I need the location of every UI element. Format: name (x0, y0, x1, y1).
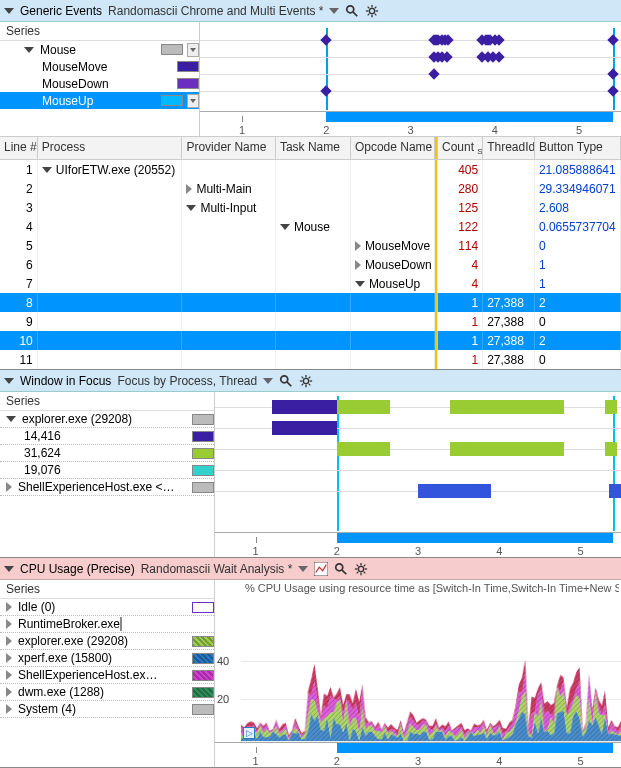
expander-icon[interactable] (6, 416, 16, 422)
table-row[interactable]: 11127,3880 (0, 350, 621, 369)
search-icon[interactable] (334, 562, 348, 576)
table-row[interactable]: 4Mouse1220.0655737704 (0, 217, 621, 236)
focus-block[interactable] (337, 400, 390, 414)
event-marker[interactable] (321, 34, 332, 45)
series-item[interactable]: Idle (0) (0, 599, 214, 616)
col-header[interactable]: Count Sum ▼ (438, 137, 483, 159)
expander-icon[interactable] (6, 704, 12, 714)
search-icon[interactable] (345, 4, 359, 18)
series-item[interactable]: 14,416 (0, 428, 214, 445)
grid-body[interactable]: 1UIforETW.exe (20552)40521.0858886412Mul… (0, 160, 621, 369)
panel-header[interactable]: Generic Events Randomascii Chrome and Mu… (0, 0, 621, 22)
expander-icon[interactable] (6, 619, 12, 629)
expander-icon[interactable] (186, 184, 192, 194)
expander-icon[interactable] (280, 224, 290, 230)
chevron-down-icon[interactable] (263, 378, 273, 384)
play-marker[interactable]: ▷ (243, 727, 255, 739)
series-item[interactable]: MouseUp (0, 92, 199, 109)
focus-block[interactable] (418, 484, 491, 498)
series-item[interactable]: Mouse (0, 41, 199, 58)
table-row[interactable]: 10127,3882 (0, 331, 621, 350)
focus-block[interactable] (609, 484, 621, 498)
series-item[interactable]: dwm.exe (1288) (0, 684, 214, 701)
expander-icon[interactable] (186, 205, 196, 211)
table-row[interactable]: 2Multi-Main28029.334946071 (0, 179, 621, 198)
expander-icon[interactable] (6, 653, 12, 663)
preset-dropdown[interactable]: Focus by Process, Thread (117, 374, 257, 388)
preset-dropdown[interactable]: Randomascii Chrome and Multi Events * (108, 4, 323, 18)
timeline-chart[interactable]: 12345 (200, 22, 621, 136)
focus-block[interactable] (605, 442, 617, 456)
chevron-down-icon[interactable] (298, 566, 308, 572)
collapse-icon[interactable] (4, 8, 14, 14)
time-selection[interactable] (337, 743, 613, 753)
event-marker[interactable] (428, 68, 439, 79)
table-row[interactable]: 7MouseUp41 (0, 274, 621, 293)
series-label: 19,076 (24, 463, 188, 477)
series-item[interactable]: explorer.exe (29208) (0, 633, 214, 650)
expander-icon[interactable] (24, 47, 34, 53)
time-selection[interactable] (337, 533, 613, 543)
expander-icon[interactable] (6, 482, 12, 492)
series-item[interactable]: 31,624 (0, 445, 214, 462)
collapse-icon[interactable] (4, 566, 14, 572)
series-item[interactable]: System (4) (0, 701, 214, 718)
focus-chart[interactable]: 12345 (215, 392, 621, 557)
event-marker[interactable] (321, 85, 332, 96)
series-label: ShellExperienceHost.ex… (18, 668, 188, 682)
expander-icon[interactable] (355, 281, 365, 287)
event-marker[interactable] (607, 85, 618, 96)
table-row[interactable]: 5MouseMove1140 (0, 236, 621, 255)
collapse-icon[interactable] (4, 378, 14, 384)
preset-dropdown[interactable]: Randomascii Wait Analysis * (141, 562, 293, 576)
expander-icon[interactable] (355, 260, 361, 270)
expander-icon[interactable] (6, 687, 12, 697)
chart-icon[interactable] (314, 562, 328, 576)
search-icon[interactable] (279, 374, 293, 388)
focus-block[interactable] (605, 400, 617, 414)
series-item[interactable]: ShellExperienceHost.exe <… (0, 479, 214, 496)
series-item[interactable]: MouseMove (0, 58, 199, 75)
table-row[interactable]: 8127,3882 (0, 293, 621, 312)
focus-block[interactable] (450, 400, 564, 414)
expander-icon[interactable] (6, 636, 12, 646)
panel-header[interactable]: Window in Focus Focus by Process, Thread (0, 370, 621, 392)
expander-icon[interactable] (6, 602, 12, 612)
focus-block[interactable] (450, 442, 564, 456)
col-header[interactable]: ThreadId (483, 137, 535, 159)
table-row[interactable]: 9127,3880 (0, 312, 621, 331)
col-header[interactable]: Provider Name (182, 137, 276, 159)
col-header[interactable]: Button Type (535, 137, 621, 159)
focus-block[interactable] (337, 442, 390, 456)
series-item[interactable]: ShellExperienceHost.ex… (0, 667, 214, 684)
focus-block[interactable] (272, 421, 337, 435)
panel-header[interactable]: CPU Usage (Precise) Randomascii Wait Ana… (0, 558, 621, 580)
event-marker[interactable] (607, 68, 618, 79)
series-item[interactable]: xperf.exe (15800) (0, 650, 214, 667)
col-header[interactable]: Task Name (276, 137, 351, 159)
series-item[interactable]: MouseDown (0, 75, 199, 92)
table-row[interactable]: 3Multi-Input1252.608 (0, 198, 621, 217)
gear-icon[interactable] (299, 374, 313, 388)
focus-block[interactable] (272, 400, 337, 414)
event-marker[interactable] (607, 34, 618, 45)
dropdown-icon[interactable] (187, 43, 199, 57)
time-selection[interactable] (326, 112, 612, 122)
series-item[interactable]: RuntimeBroker.exe (0, 616, 214, 633)
expander-icon[interactable] (355, 241, 361, 251)
gear-icon[interactable] (354, 562, 368, 576)
col-header[interactable]: Line # (0, 137, 38, 159)
gear-icon[interactable] (365, 4, 379, 18)
series-item[interactable]: 19,076 (0, 462, 214, 479)
chevron-down-icon[interactable] (329, 8, 339, 14)
cpu-chart[interactable]: % CPU Usage using resource time as [Swit… (215, 580, 621, 767)
expander-icon[interactable] (6, 670, 12, 680)
dropdown-icon[interactable] (187, 94, 199, 108)
table-row[interactable]: 6MouseDown41 (0, 255, 621, 274)
table-row[interactable]: 1UIforETW.exe (20552)40521.085888641 (0, 160, 621, 179)
grid-header[interactable]: Line #ProcessProvider NameTask NameOpcod… (0, 136, 621, 160)
series-item[interactable]: explorer.exe (29208) (0, 411, 214, 428)
col-header[interactable]: Process (38, 137, 183, 159)
col-header[interactable]: Opcode Name (351, 137, 435, 159)
expander-icon[interactable] (42, 167, 52, 173)
